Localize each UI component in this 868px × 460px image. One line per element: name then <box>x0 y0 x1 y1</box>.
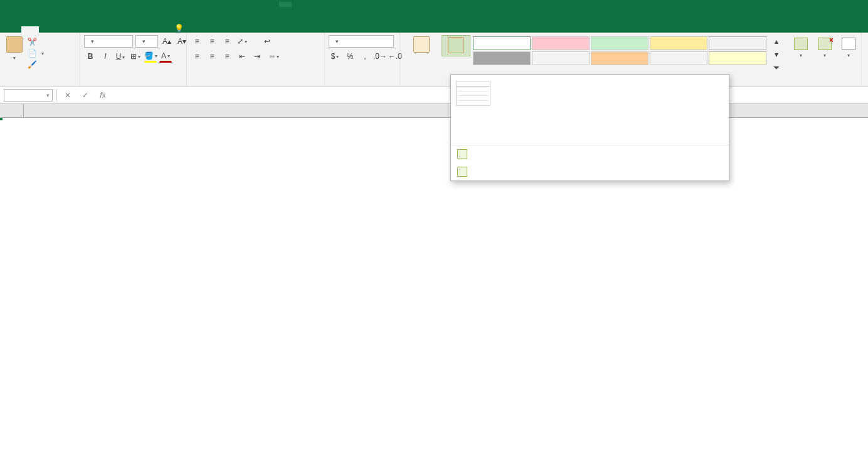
align-top-button[interactable]: ≡ <box>191 35 203 48</box>
format-icon <box>842 38 855 50</box>
fx-button[interactable]: fx <box>96 91 110 100</box>
align-bottom-button[interactable]: ≡ <box>221 35 233 48</box>
painter-icon: 🖌️ <box>28 60 36 69</box>
decrease-decimal-button[interactable]: ←.0 <box>389 50 401 63</box>
italic-button[interactable]: I <box>99 50 112 63</box>
wrap-icon: ↩ <box>264 37 270 46</box>
style-note[interactable] <box>709 51 766 65</box>
align-left-button[interactable]: ≡ <box>191 50 203 63</box>
indent-increase-button[interactable]: ⇥ <box>251 50 263 63</box>
popup-section-dark <box>456 136 724 140</box>
borders-button[interactable]: ⊞ <box>129 50 142 63</box>
tab-home[interactable] <box>21 26 39 33</box>
format-painter-button[interactable]: 🖌️ <box>28 60 44 69</box>
style-neutral[interactable] <box>650 36 707 50</box>
underline-button[interactable]: U <box>114 50 127 63</box>
style-calculation[interactable] <box>709 36 766 50</box>
tab-data[interactable] <box>92 26 109 33</box>
font-color-button[interactable]: A <box>159 50 172 63</box>
indent-decrease-button[interactable]: ⇤ <box>236 50 248 63</box>
new-pivottable-style-button[interactable] <box>451 163 729 180</box>
styles-scroll-down[interactable]: ▾ <box>770 48 783 61</box>
popup-section-light <box>456 113 724 117</box>
styles-more[interactable]: ⏷ <box>770 61 783 74</box>
group-font: A▴ A▾ B I U ⊞ 🪣 A <box>80 33 187 86</box>
table-style-icon <box>457 149 467 159</box>
table-icon <box>448 37 464 53</box>
styles-scroll-up[interactable]: ▴ <box>770 35 783 48</box>
accept-formula-button[interactable]: ✓ <box>78 91 92 100</box>
merge-icon: ⬌ <box>269 52 275 61</box>
tab-file[interactable] <box>4 26 21 33</box>
cancel-formula-button[interactable]: ✕ <box>61 91 75 100</box>
font-name-select[interactable] <box>84 35 133 48</box>
increase-decimal-button[interactable]: .0→ <box>374 50 386 63</box>
group-number: $ % , .0→ ←.0 <box>325 33 400 86</box>
selection-marquee <box>0 118 3 120</box>
cond-format-icon <box>413 36 430 53</box>
cell-styles-gallery <box>473 35 766 65</box>
tab-page-layout[interactable] <box>56 26 74 33</box>
format-as-table-button[interactable] <box>442 35 470 56</box>
cut-button[interactable]: ✂️ <box>28 38 44 46</box>
delete-cells-button[interactable]: ▾ <box>814 35 835 61</box>
style-input[interactable] <box>591 51 648 65</box>
select-all-corner[interactable] <box>0 104 24 117</box>
worksheet[interactable] <box>0 104 868 460</box>
table-tools-tab-label[interactable] <box>279 2 292 7</box>
shrink-font-button[interactable]: A▾ <box>176 35 188 48</box>
group-cells: ▾ ▾ ▾ <box>786 33 862 86</box>
orientation-button[interactable]: ⤢ <box>236 35 248 48</box>
new-table-style-button[interactable] <box>451 145 729 163</box>
active-cell-border <box>0 118 3 120</box>
cut-icon: ✂️ <box>28 38 36 46</box>
delete-icon <box>818 38 832 50</box>
popup-section-medium <box>456 125 724 128</box>
align-center-button[interactable]: ≡ <box>206 50 218 63</box>
style-good[interactable] <box>591 36 648 50</box>
accounting-format-button[interactable]: $ <box>329 50 341 63</box>
conditional-formatting-button[interactable] <box>404 35 439 55</box>
formula-bar: ▾ ✕ ✓ fx <box>0 87 868 104</box>
pivot-style-icon <box>457 167 467 177</box>
font-size-select[interactable] <box>135 35 158 48</box>
style-normal[interactable] <box>473 36 531 50</box>
style-explanatory[interactable] <box>532 51 590 65</box>
tab-review[interactable] <box>109 26 127 33</box>
comma-button[interactable]: , <box>359 50 371 63</box>
style-check-cell[interactable] <box>473 51 531 65</box>
tab-design[interactable] <box>144 26 162 33</box>
percent-button[interactable]: % <box>344 50 356 63</box>
style-bad[interactable] <box>532 36 590 50</box>
tab-insert[interactable] <box>39 26 56 33</box>
style-linked-cell[interactable] <box>650 51 707 65</box>
align-right-button[interactable]: ≡ <box>221 50 233 63</box>
paste-icon <box>6 36 23 53</box>
ribbon: ▾ ✂️ 📄▾ 🖌️ A▴ A▾ B I U ⊞ 🪣 A <box>0 33 868 87</box>
table-style-custom-1[interactable] <box>456 81 490 106</box>
bulb-icon: 💡 <box>174 24 184 33</box>
wrap-text-button[interactable]: ↩ <box>261 35 273 48</box>
bold-button[interactable]: B <box>84 50 97 63</box>
copy-button[interactable]: 📄▾ <box>28 49 44 58</box>
insert-icon <box>794 38 808 50</box>
tell-me-search[interactable]: 💡 <box>174 24 188 33</box>
number-format-select[interactable] <box>329 35 394 48</box>
grow-font-button[interactable]: A▴ <box>161 35 173 48</box>
tab-formulas[interactable] <box>74 26 92 33</box>
name-box[interactable]: ▾ <box>4 89 53 102</box>
table-styles-popup <box>450 74 729 181</box>
title-bar <box>0 0 868 17</box>
align-middle-button[interactable]: ≡ <box>206 35 218 48</box>
group-clipboard: ▾ ✂️ 📄▾ 🖌️ <box>0 33 80 86</box>
paste-button[interactable]: ▾ <box>4 35 25 62</box>
group-alignment: ≡ ≡ ≡ ⤢ ↩ ≡ ≡ ≡ ⇤ ⇥ ⬌ <box>187 33 325 86</box>
fill-color-button[interactable]: 🪣 <box>144 50 157 63</box>
format-cells-button[interactable]: ▾ <box>838 35 859 61</box>
merge-center-button[interactable]: ⬌ <box>266 50 282 63</box>
insert-cells-button[interactable]: ▾ <box>790 35 812 61</box>
tab-view[interactable] <box>127 26 144 33</box>
ribbon-tabs: 💡 <box>0 17 868 33</box>
copy-icon: 📄 <box>28 49 36 58</box>
